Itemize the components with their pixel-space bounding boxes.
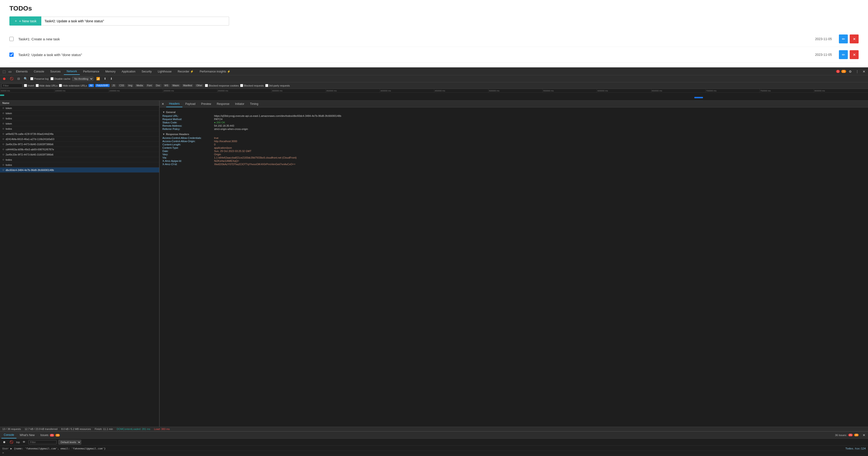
filter-fetch-xhr[interactable]: Fetch/XHR	[95, 84, 110, 87]
hide-data-urls-label[interactable]: Hide data URLs	[36, 84, 58, 87]
filter-other[interactable]: Other	[195, 84, 204, 87]
console-clear-icon[interactable]: 🚫	[9, 440, 14, 444]
tab-network[interactable]: Network	[64, 68, 80, 75]
settings-icon[interactable]: ⚙	[847, 69, 853, 74]
console-tab-whats-new[interactable]: What's New	[18, 432, 37, 438]
hp-tab-payload[interactable]: Payload	[182, 101, 198, 107]
filter-media[interactable]: Media	[135, 84, 144, 87]
filter-font[interactable]: Font	[146, 84, 153, 87]
clear-button[interactable]: 🚫	[9, 76, 14, 81]
hp-tab-response[interactable]: Response	[214, 101, 232, 107]
blocked-requests-label[interactable]: Blocked requests	[240, 84, 264, 87]
tab-memory[interactable]: Memory	[102, 68, 118, 74]
wifi-icon[interactable]: 📶	[95, 76, 101, 81]
list-item[interactable]: ⊙2a49c33e-9f72-4473-8d40-31603f7386b6	[0, 142, 159, 147]
third-party-label[interactable]: 3rd-party requests	[265, 84, 290, 87]
task-1-delete-button[interactable]: ✕	[850, 34, 859, 43]
tab-console[interactable]: Console	[31, 68, 47, 74]
tab-elements[interactable]: Elements	[13, 68, 31, 74]
disable-cache-label[interactable]: Disable cache	[51, 77, 70, 80]
devtools-inspect-icon[interactable]: ⬚	[1, 69, 7, 74]
more-icon[interactable]: ⋮	[855, 69, 860, 74]
list-item[interactable]: ⊙todos	[0, 116, 159, 121]
expand-arrow[interactable]: ▶	[10, 447, 12, 450]
console-bar: Console What's New Issues 21 15 36 Issue…	[0, 431, 868, 456]
third-party-checkbox[interactable]	[265, 84, 268, 87]
filter-ws[interactable]: WS	[163, 84, 170, 87]
tab-performance-insights[interactable]: Performance insights ⚡	[197, 68, 233, 74]
console-tab-console[interactable]: Console	[1, 432, 17, 438]
hp-tab-initiator[interactable]: Initiator	[232, 101, 247, 107]
console-tab-issues[interactable]: Issues 21 15	[38, 432, 62, 438]
new-task-input[interactable]	[41, 17, 229, 26]
filter-css[interactable]: CSS	[118, 84, 126, 87]
task-2-delete-button[interactable]: ✕	[850, 50, 859, 59]
console-eye-icon[interactable]: 👁	[22, 440, 27, 444]
filter-img[interactable]: Img	[127, 84, 134, 87]
tab-application[interactable]: Application	[119, 68, 138, 74]
task-2-edit-button[interactable]: ✏	[839, 50, 848, 59]
filter-all[interactable]: All	[89, 84, 94, 87]
filter-js[interactable]: JS	[111, 84, 117, 87]
blocked-cookies-checkbox[interactable]	[205, 84, 208, 87]
preserve-log-label[interactable]: Preserve log	[30, 77, 49, 80]
tab-sources[interactable]: Sources	[48, 68, 63, 74]
list-item[interactable]: ⊙todos	[0, 126, 159, 131]
timeline-bar-1	[0, 95, 4, 96]
hp-tab-timing[interactable]: Timing	[247, 101, 261, 107]
close-devtools-icon[interactable]: ✕	[861, 69, 867, 74]
task-1-edit-button[interactable]: ✏	[839, 34, 848, 43]
filter-doc[interactable]: Doc	[155, 84, 162, 87]
invert-label[interactable]: Invert	[24, 84, 34, 87]
list-item[interactable]: ⊙token	[0, 111, 159, 116]
list-item[interactable]: ⊙2a49c33e-9f72-4473-8d40-31603f7386b6	[0, 152, 159, 157]
hide-ext-urls-checkbox[interactable]	[59, 84, 62, 87]
request-url-key: Request URL:	[162, 115, 214, 117]
blocked-requests-checkbox[interactable]	[240, 84, 243, 87]
referrer-policy-key: Referrer Policy:	[162, 128, 214, 130]
throttling-select[interactable]: No throttling	[72, 77, 93, 81]
record-button[interactable]: ⏺	[1, 76, 7, 82]
import-icon[interactable]: ⬆	[103, 76, 107, 81]
request-method-key: Request Method:	[162, 118, 214, 121]
blocked-cookies-label[interactable]: Blocked response cookies	[205, 84, 239, 87]
headers-panel-close[interactable]: ✕	[160, 101, 166, 107]
new-task-button[interactable]: ＋ + New task	[9, 17, 41, 26]
preserve-log-checkbox[interactable]	[30, 77, 33, 80]
tab-recorder[interactable]: Recorder ⚡	[175, 68, 196, 74]
list-item[interactable]: ⊙d2414bfa-6610-46a1-a27d-116b241b5a53	[0, 136, 159, 142]
hp-tab-preview[interactable]: Preview	[198, 101, 214, 107]
hide-ext-urls-label[interactable]: Hide extension URLs	[59, 84, 87, 87]
tab-performance[interactable]: Performance	[80, 68, 102, 74]
disable-cache-checkbox[interactable]	[51, 77, 54, 80]
list-item[interactable]: ⊙token	[0, 121, 159, 126]
timeline-graph	[0, 93, 868, 101]
task-2-checkbox[interactable]	[9, 53, 13, 57]
hide-data-urls-checkbox[interactable]	[36, 84, 39, 87]
export-icon[interactable]: ⬇	[109, 76, 114, 81]
task-1-checkbox[interactable]	[9, 37, 13, 41]
tab-security[interactable]: Security	[139, 68, 154, 74]
tab-lighthouse[interactable]: Lighthouse	[155, 68, 175, 74]
filter-wasm[interactable]: Wasm	[171, 84, 181, 87]
devtools-device-icon[interactable]: ▭	[7, 69, 13, 74]
list-item[interactable]: ⊙cd44463a-b09b-49c0-ab69-698761f6787e	[0, 147, 159, 152]
filter-input[interactable]	[1, 84, 23, 88]
invert-checkbox[interactable]	[24, 84, 27, 87]
filter-manifest[interactable]: Manifest	[182, 84, 194, 87]
list-item[interactable]: ⊙todos	[0, 157, 159, 162]
hp-tab-headers[interactable]: Headers	[166, 101, 182, 107]
error-badge: 1	[836, 70, 840, 73]
console-level-select[interactable]: Default levels	[58, 440, 81, 445]
console-log-link[interactable]: Todos.tsx:124	[845, 447, 866, 450]
list-item[interactable]: ⊙todos	[0, 162, 159, 167]
filter-icon[interactable]: ⊟	[17, 76, 21, 81]
console-filter-input[interactable]	[28, 440, 57, 444]
console-close-icon[interactable]: ✕	[861, 432, 867, 438]
req-icon: ⊙	[2, 143, 4, 145]
list-item[interactable]: ⊙a49e8278-ca8e-423f-9739-90ad144d24fa	[0, 131, 159, 136]
search-icon[interactable]: 🔍	[23, 76, 28, 81]
console-record-icon[interactable]: ⏺	[2, 440, 7, 444]
list-item-active[interactable]: ⊙dbc60dc4-3484-4e7b-96d8-3fc66690148b	[0, 167, 159, 173]
list-item[interactable]: ⊙token	[0, 105, 159, 111]
